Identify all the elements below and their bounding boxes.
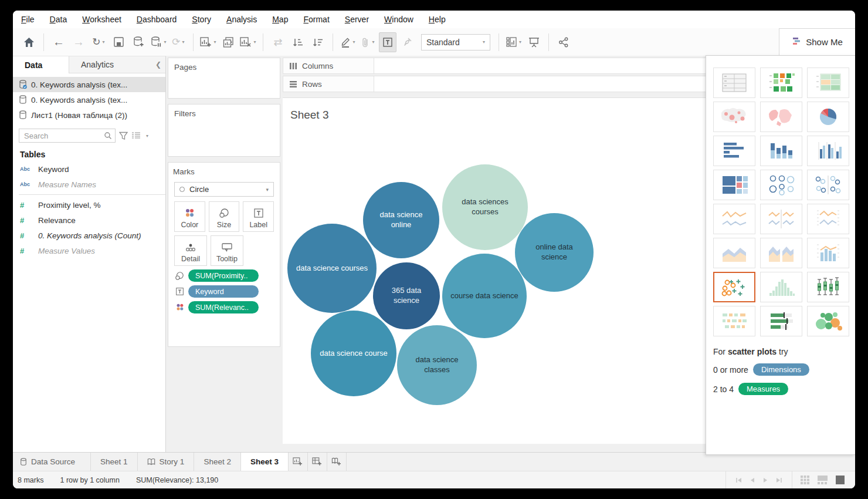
size-button[interactable]: Size — [209, 201, 240, 232]
clear-sheet-icon[interactable]: ▾ — [239, 32, 257, 52]
menu-analysis[interactable]: Analysis — [226, 15, 257, 24]
showme-dual-combination[interactable] — [807, 238, 849, 268]
menu-file[interactable]: File — [21, 15, 35, 24]
showme-highlight-table[interactable] — [760, 68, 802, 98]
next-sheet-icon[interactable] — [762, 477, 768, 483]
showme-packed-bubbles[interactable] — [807, 306, 849, 336]
showme-histogram[interactable] — [760, 272, 802, 302]
field-measure-values[interactable]: # Measure Values — [13, 243, 165, 258]
save-icon[interactable] — [110, 32, 127, 52]
tab-story-1[interactable]: Story 1 — [138, 453, 195, 471]
show-tabs-icon[interactable] — [836, 476, 845, 484]
run-update-icon[interactable]: ⟳▾ — [169, 32, 187, 52]
collapse-pane-icon[interactable]: ❮ — [151, 56, 165, 73]
bubble-data-science-online[interactable]: data science online — [363, 182, 439, 258]
menu-dashboard[interactable]: Dashboard — [137, 15, 177, 24]
new-worksheet-icon[interactable]: ▾ — [199, 32, 217, 52]
highlight-icon[interactable]: ▾ — [339, 32, 357, 52]
bubble-data-sciences-courses[interactable]: data sciences courses — [442, 164, 528, 250]
bubble-365-data-science[interactable]: 365 data science — [373, 262, 440, 329]
view-options-icon[interactable] — [131, 132, 141, 140]
pages-card[interactable]: Pages — [168, 58, 280, 99]
menu-data[interactable]: Data — [50, 15, 67, 24]
home-icon[interactable] — [20, 32, 38, 52]
showme-scatter-plot[interactable] — [713, 272, 755, 302]
menu-format[interactable]: Format — [303, 15, 329, 24]
new-story-button[interactable] — [327, 453, 347, 471]
menu-map[interactable]: Map — [272, 15, 288, 24]
bubble-course-data-science[interactable]: course data science — [442, 254, 527, 338]
showme-area-discrete[interactable] — [760, 238, 802, 268]
showme-heat-map[interactable] — [807, 68, 849, 98]
first-sheet-icon[interactable] — [735, 477, 742, 483]
bubble-data-science-courses[interactable]: data science courses — [287, 224, 377, 313]
chevron-down-icon[interactable]: ▾ — [146, 133, 148, 139]
filters-card[interactable]: Filters — [168, 104, 280, 157]
pill-sum-relevance[interactable]: SUM(Relevanc.. — [188, 301, 259, 313]
mark-type-dropdown[interactable]: Circle ▾ — [174, 182, 274, 197]
tab-analytics[interactable]: Analytics — [69, 56, 151, 73]
show-mark-labels-icon[interactable] — [379, 32, 396, 52]
showme-side-by-side-bars[interactable] — [807, 136, 849, 166]
tab-sheet-3[interactable]: Sheet 3 — [241, 453, 289, 471]
showme-box-and-whisker[interactable] — [807, 272, 849, 302]
showme-circle-views[interactable] — [760, 170, 802, 200]
pill-keyword[interactable]: Keyword — [188, 285, 259, 298]
bubble-data-science-course[interactable]: data science course — [311, 311, 396, 396]
filter-fields-icon[interactable] — [119, 132, 128, 140]
showme-lines-continuous[interactable] — [713, 204, 755, 234]
undo-icon[interactable]: ← — [50, 32, 67, 52]
fit-selector[interactable]: Standard ▾ — [421, 34, 490, 50]
redo-icon[interactable]: → — [70, 32, 87, 52]
showme-dual-lines[interactable] — [807, 204, 849, 234]
showme-lines-discrete[interactable] — [760, 204, 802, 234]
last-sheet-icon[interactable] — [775, 477, 782, 483]
menu-server[interactable]: Server — [345, 15, 369, 24]
presentation-mode-icon[interactable] — [525, 32, 542, 52]
menu-help[interactable]: Help — [429, 15, 446, 24]
field-keywords-count[interactable]: # 0. Keywords analysis (Count) — [13, 228, 165, 243]
replay-icon[interactable]: ↻▾ — [90, 32, 107, 52]
new-dashboard-button[interactable] — [308, 453, 327, 471]
bubble-online-data-science[interactable]: online data science — [515, 213, 594, 292]
showme-filled-map[interactable] — [760, 102, 802, 132]
data-source-item[interactable]: 0. Keywords analysis (tex... — [13, 92, 165, 107]
pause-auto-updates-icon[interactable]: ▾ — [150, 32, 167, 52]
swap-rows-columns-icon[interactable]: ⇄ — [269, 32, 287, 52]
new-worksheet-button[interactable] — [289, 453, 308, 471]
label-button[interactable]: Label — [243, 201, 274, 232]
data-source-item[interactable]: 0. Keywords analysis (tex... — [13, 77, 165, 92]
sort-ascending-icon[interactable] — [289, 32, 307, 52]
tooltip-button[interactable]: Tooltip — [211, 235, 243, 266]
share-icon[interactable] — [555, 32, 572, 52]
show-filmstrip-icon[interactable] — [818, 476, 828, 484]
showme-area-continuous[interactable] — [713, 238, 755, 268]
field-relevance[interactable]: # Relevance — [13, 213, 165, 228]
show-hide-cards-icon[interactable]: ▾ — [505, 32, 523, 52]
showme-treemap[interactable] — [713, 170, 755, 200]
showme-symbol-map[interactable] — [713, 102, 755, 132]
showme-horizontal-bars[interactable] — [713, 136, 755, 166]
detail-button[interactable]: Detail — [174, 235, 207, 266]
tab-sheet-1[interactable]: Sheet 1 — [91, 453, 138, 471]
search-input[interactable] — [19, 129, 115, 142]
field-measure-names[interactable]: Abc Measure Names — [13, 177, 165, 192]
sort-descending-icon[interactable] — [309, 32, 327, 52]
menu-window[interactable]: Window — [384, 15, 413, 24]
menu-story[interactable]: Story — [192, 15, 211, 24]
field-keyword[interactable]: Abc Keyword — [13, 161, 165, 177]
show-me-button[interactable]: Show Me — [779, 28, 855, 56]
data-source-item[interactable]: Лист1 (Новая таблица (2)) — [13, 107, 165, 123]
show-sheet-sorter-icon[interactable] — [801, 476, 809, 484]
showme-text-table[interactable] — [713, 68, 755, 98]
color-button[interactable]: Color — [174, 201, 205, 232]
menu-worksheet[interactable]: Worksheet — [82, 15, 121, 24]
showme-bullet-graph[interactable] — [760, 306, 802, 336]
duplicate-sheet-icon[interactable] — [219, 32, 237, 52]
field-proximity-level[interactable]: # Proximity level, % — [13, 197, 165, 213]
tab-data-source[interactable]: Data Source — [13, 453, 91, 471]
showme-stacked-bars[interactable] — [760, 136, 802, 166]
showme-gantt[interactable] — [713, 306, 755, 336]
tab-sheet-2[interactable]: Sheet 2 — [194, 453, 241, 471]
fix-axes-icon[interactable] — [399, 32, 416, 52]
